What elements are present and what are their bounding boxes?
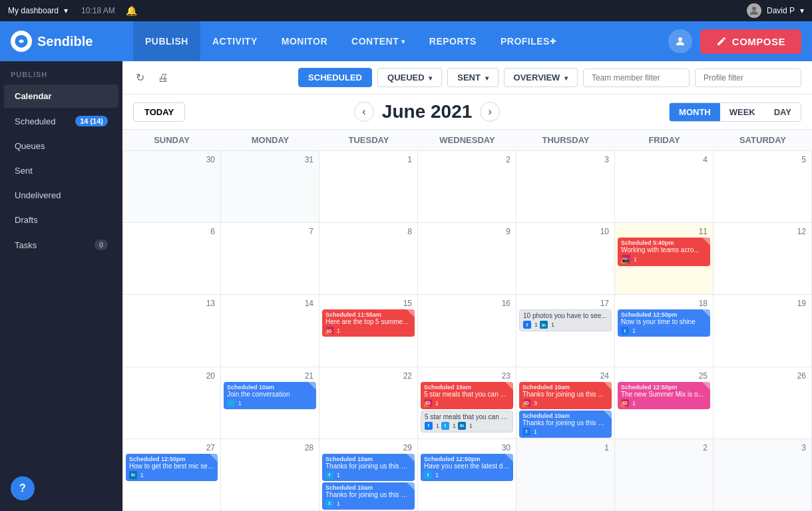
view-month-button[interactable]: MONTH: [670, 103, 720, 121]
sidebar-footer: ?: [0, 466, 122, 511]
sidebar: PUBLISH Calendar Scheduled 14 (14) Queue…: [0, 61, 122, 511]
add-user-button[interactable]: [668, 29, 692, 53]
tw-icon: t: [424, 471, 432, 479]
logo-text: Sendible: [37, 34, 93, 49]
event-jun29-1[interactable]: Scheduled 10am Thanks for joining us thi…: [322, 454, 415, 481]
nav-monitor[interactable]: MONITOR: [270, 21, 339, 61]
sidebar-item-sent[interactable]: Sent: [4, 159, 118, 182]
tw-icon: 🐦: [227, 399, 235, 407]
cell-jun19: 19: [713, 295, 812, 367]
cell-jun5: 5: [713, 151, 812, 223]
logo[interactable]: Sendible: [11, 31, 117, 52]
print-icon[interactable]: 🖨: [155, 69, 171, 86]
today-button[interactable]: TODAY: [133, 102, 185, 122]
event-jun24-2[interactable]: Scheduled 10am Thanks for joining us thi…: [519, 411, 612, 438]
cell-jun25: 25 Scheduled 12:50pm The new Summer Mix …: [615, 367, 713, 439]
notification-icon[interactable]: 🔔: [126, 5, 137, 16]
tab-overview[interactable]: OVERVIEW ▾: [504, 68, 578, 87]
cell-jun15: 15 Scheduled 11:55am Here are the top 5 …: [319, 295, 418, 367]
sidebar-item-queues[interactable]: Queues: [4, 134, 118, 158]
event-jun23-2[interactable]: 5 star meals that you can ma... f 1 t 1 …: [421, 411, 513, 432]
event-jun29-2[interactable]: Scheduled 10am Thanks for joining us thi…: [322, 482, 415, 510]
event-jun11-1[interactable]: Scheduled 5:40pm Working with teams acro…: [618, 238, 710, 266]
sidebar-sent-label: Sent: [15, 166, 33, 176]
tasks-badge: 0: [95, 240, 108, 250]
sidebar-item-scheduled[interactable]: Scheduled 14 (14): [4, 109, 118, 133]
user-dropdown-arrow[interactable]: ▾: [800, 6, 804, 15]
sidebar-item-calendar[interactable]: Calendar: [4, 85, 118, 108]
cell-jun7: 7: [221, 223, 319, 295]
cell-jun4: 4: [615, 151, 713, 223]
cell-jun6: 6: [122, 223, 221, 295]
top-bar: My dashboard ▾ 10:18 AM 🔔 David P ▾: [0, 0, 812, 21]
ig-icon: IG: [424, 399, 432, 407]
day-header-thu: Thursday: [516, 130, 615, 150]
sidebar-tasks-label: Tasks: [15, 240, 37, 250]
toolbar: ↻ 🖨 SCHEDULED QUEUED ▾ SENT ▾ OVERVIEW ▾: [122, 61, 812, 94]
cell-jun9: 9: [418, 223, 516, 295]
tw-icon: t: [325, 500, 333, 508]
filter-group: SCHEDULED QUEUED ▾ SENT ▾ OVERVIEW ▾: [298, 68, 801, 87]
sidebar-undelivered-label: Undelivered: [15, 190, 61, 200]
team-filter-input[interactable]: [583, 69, 690, 87]
event-jun24-1[interactable]: Scheduled 10am Thanks for joining us thi…: [519, 382, 612, 409]
cell-jun28: 28: [221, 439, 319, 511]
cell-jun12: 12: [713, 223, 812, 295]
cell-jun22: 22: [319, 367, 418, 439]
nav-content[interactable]: CONTENT ▾: [339, 21, 417, 61]
fb-icon: f: [621, 327, 629, 335]
logo-icon: [11, 31, 32, 52]
compose-button[interactable]: COMPOSE: [700, 29, 801, 54]
cell-jun11: 11 Scheduled 5:40pm Working with teams a…: [615, 223, 713, 295]
li-icon: in: [129, 471, 137, 479]
event-jun21-1[interactable]: Scheduled 10am Join the conversation 🐦 1: [224, 382, 316, 409]
nav-reports[interactable]: REPORTS: [417, 21, 489, 61]
cell-jun26: 26: [713, 367, 812, 439]
sidebar-item-tasks[interactable]: Tasks 0: [4, 233, 118, 257]
profile-filter-input[interactable]: [695, 69, 801, 87]
cell-jun13: 13: [122, 295, 221, 367]
tw-icon: t: [325, 471, 333, 479]
sidebar-item-undelivered[interactable]: Undelivered: [4, 184, 118, 207]
calendar: Sunday Monday Tuesday Wednesday Thursday…: [122, 130, 812, 511]
li-icon: in: [540, 321, 548, 329]
user-name[interactable]: David P: [767, 6, 795, 15]
event-jun23-1[interactable]: Scheduled 10am 5 star meals that you can…: [421, 382, 513, 409]
refresh-icon[interactable]: ↻: [133, 69, 147, 86]
day-header-sat: Saturday: [713, 130, 812, 150]
event-jun17-1[interactable]: 10 photos you have to see... f 1 in 1: [519, 309, 612, 331]
cell-jun18: 18 Scheduled 12:50pm Now is your time to…: [615, 295, 713, 367]
next-month-button[interactable]: ›: [480, 102, 500, 122]
tab-scheduled[interactable]: SCHEDULED: [298, 68, 372, 87]
fb-icon: f: [425, 422, 433, 430]
prev-month-button[interactable]: ‹: [354, 102, 374, 122]
ig-icon: IG: [325, 327, 333, 335]
ig-icon: IG: [621, 399, 629, 407]
view-week-button[interactable]: WEEK: [720, 103, 765, 121]
user-avatar[interactable]: [747, 3, 761, 18]
event-jun15-1[interactable]: Scheduled 11:55am Here are the top 5 sum…: [322, 309, 415, 337]
dashboard-label[interactable]: My dashboard: [8, 6, 59, 15]
tab-sent[interactable]: SENT ▾: [447, 68, 498, 87]
sidebar-section-title: PUBLISH: [0, 61, 122, 84]
event-jun25-1[interactable]: Scheduled 12:50pm The new Summer Mix is …: [618, 382, 710, 409]
tab-queued[interactable]: QUEUED ▾: [377, 68, 442, 87]
event-jun27-1[interactable]: Scheduled 12:50pm How to get the best mi…: [126, 454, 218, 481]
scheduled-badge: 14 (14): [75, 116, 108, 126]
event-jun30-1[interactable]: Scheduled 12:50pm Have you seen the late…: [421, 454, 513, 481]
cell-jun21: 21 Scheduled 10am Join the conversation …: [221, 367, 319, 439]
event-jun18-1[interactable]: Scheduled 12:50pm Now is your time to sh…: [618, 309, 710, 337]
nav-profiles[interactable]: PROFILES ✚: [489, 21, 568, 61]
cell-jun14: 14: [221, 295, 319, 367]
calendar-header: TODAY ‹ June 2021 › MONTH WEEK DAY: [122, 94, 812, 130]
cell-jun20: 20: [122, 367, 221, 439]
cell-jul1: 1: [516, 439, 615, 511]
nav-activity[interactable]: ACTIVITY: [200, 21, 270, 61]
view-day-button[interactable]: DAY: [765, 103, 801, 121]
nav-publish[interactable]: PUBLISH: [133, 21, 200, 61]
sidebar-item-drafts[interactable]: Drafts: [4, 208, 118, 232]
dropdown-arrow[interactable]: ▾: [64, 6, 68, 15]
fb-icon: f: [523, 321, 531, 329]
sidebar-drafts-label: Drafts: [15, 215, 38, 225]
help-button[interactable]: ?: [11, 476, 35, 500]
